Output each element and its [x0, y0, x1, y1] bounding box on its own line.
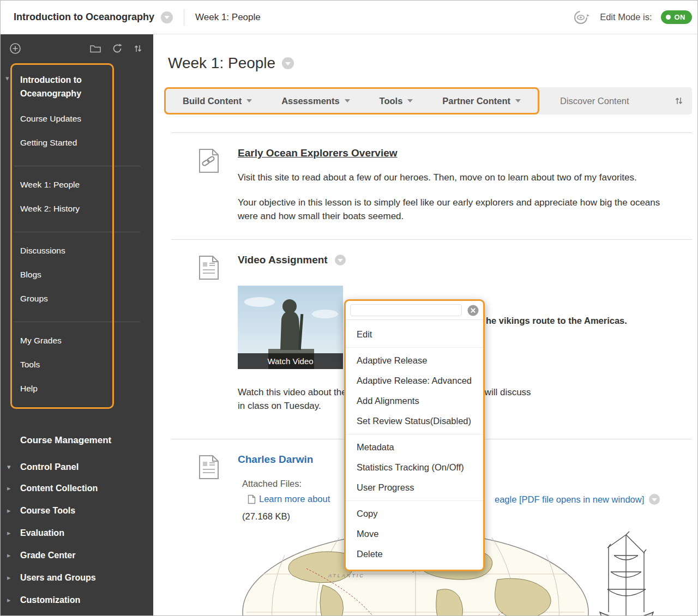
- course-title: Introduction to Oceanography: [14, 11, 154, 23]
- chevron-down-icon: [345, 99, 350, 102]
- mgmt-item-label: Customization: [20, 594, 80, 606]
- item-title-row: Video Assignment: [238, 254, 692, 266]
- top-bar: Introduction to Oceanography Week 1: Peo…: [1, 1, 698, 34]
- sidebar-item-course-updates[interactable]: Course Updates: [1, 107, 153, 131]
- context-menu-group: Edit: [346, 324, 483, 345]
- weblink-document-icon: [198, 148, 219, 223]
- menu-item-adaptive-release-advanced[interactable]: Adaptive Release: Advanced: [346, 371, 483, 391]
- item-description: Visit this site to read about a few of o…: [238, 171, 674, 184]
- file-options-chevron-icon[interactable]: [649, 494, 660, 505]
- sidebar-item-evaluation[interactable]: ▸ Evaluation: [1, 522, 153, 544]
- pdf-link-text-left[interactable]: Learn more about: [259, 494, 330, 504]
- add-menu-item-icon[interactable]: [9, 43, 21, 55]
- context-menu-group: Copy Move Delete: [346, 500, 483, 564]
- course-menu: ▾ Introduction to Oceanography Course Up…: [1, 65, 153, 405]
- video-caption-fragment: he vikings route to the Americas.: [486, 316, 627, 326]
- chevron-right-icon: ▸: [7, 529, 20, 537]
- student-preview-icon[interactable]: [571, 10, 591, 25]
- sidebar-item-help[interactable]: Help: [1, 377, 153, 401]
- reorder-icon[interactable]: [134, 44, 142, 53]
- mgmt-item-label: Grade Center: [20, 549, 75, 561]
- sidebar-item-week-1-people[interactable]: Week 1: People: [1, 173, 153, 197]
- menu-item-move[interactable]: Move: [346, 524, 483, 544]
- watch-video-button[interactable]: Watch Video: [238, 353, 343, 369]
- menu-item-set-review-status[interactable]: Set Review Status(Disabled): [346, 411, 483, 431]
- chevron-down-icon: [407, 99, 413, 102]
- folder-view-icon[interactable]: [90, 44, 101, 53]
- sidebar-item-my-grades[interactable]: My Grades: [1, 329, 153, 353]
- partner-content-button[interactable]: Partner Content: [428, 89, 535, 113]
- tools-button[interactable]: Tools: [365, 89, 428, 113]
- pdf-link-text-right[interactable]: eagle [PDF file opens in new window]: [495, 494, 660, 505]
- page-title-chevron-icon[interactable]: [282, 57, 294, 69]
- sidebar-item-control-panel[interactable]: ▾ Control Panel: [1, 456, 153, 477]
- sidebar-item-content-collection[interactable]: ▸ Content Collection: [1, 477, 153, 499]
- mgmt-item-label: Course Tools: [20, 505, 75, 516]
- context-menu-header: [346, 301, 483, 320]
- sidebar-item-discussions[interactable]: Discussions: [1, 239, 153, 263]
- context-menu-list: Edit Adaptive Release Adaptive Release: …: [346, 320, 483, 570]
- menu-item-add-alignments[interactable]: Add Alignments: [346, 391, 483, 411]
- sidebar-item-blogs[interactable]: Blogs: [1, 263, 153, 287]
- edit-mode-toggle[interactable]: ON: [661, 10, 693, 24]
- sidebar-item-grade-center[interactable]: ▸ Grade Center: [1, 544, 153, 566]
- video-thumbnail[interactable]: Watch Video: [238, 286, 343, 369]
- menu-item-metadata[interactable]: Metadata: [346, 437, 483, 457]
- chevron-right-icon: ▸: [7, 506, 20, 515]
- collapse-menu-icon[interactable]: ▾: [5, 74, 9, 82]
- menu-item-user-progress[interactable]: User Progress: [346, 478, 483, 498]
- topbar-right: Edit Mode is: ON: [571, 10, 698, 25]
- close-icon[interactable]: [467, 305, 479, 316]
- context-menu-title-field: [350, 304, 462, 316]
- map-ocean-label: ATLANTIC: [328, 573, 365, 578]
- edit-mode-label: Edit Mode is:: [600, 12, 652, 22]
- assessments-button[interactable]: Assessments: [267, 89, 364, 113]
- action-bar: Build Content Assessments Tools Partner …: [164, 87, 692, 114]
- file-icon: [248, 494, 256, 506]
- menu-divider: [14, 166, 140, 166]
- app-window: Introduction to Oceanography Week 1: Peo…: [0, 0, 698, 616]
- item-title-link[interactable]: Video Assignment: [238, 254, 328, 266]
- chevron-right-icon: ▸: [7, 484, 20, 492]
- sidebar-item-course-entry[interactable]: Introduction to Oceanography: [1, 65, 104, 107]
- ship-illustration: [592, 530, 660, 616]
- video-description-line2: in class on Tuesday.: [238, 401, 321, 411]
- sidebar-item-customization[interactable]: ▸ Customization: [1, 589, 153, 611]
- sidebar-item-getting-started[interactable]: Getting Started: [1, 131, 153, 155]
- sidebar-item-week-2-history[interactable]: Week 2: History: [1, 197, 153, 221]
- menu-divider: [14, 322, 140, 322]
- menu-item-delete[interactable]: Delete: [346, 544, 483, 564]
- content-document-icon: [198, 255, 219, 413]
- topbar-divider: [184, 9, 184, 26]
- sidebar-item-course-tools[interactable]: ▸ Course Tools: [1, 499, 153, 522]
- item-title-link[interactable]: Charles Darwin: [238, 454, 313, 466]
- menu-item-edit[interactable]: Edit: [346, 324, 483, 345]
- course-menu-chevron-icon[interactable]: [161, 11, 173, 23]
- discover-content-button[interactable]: Discover Content: [560, 96, 629, 106]
- assessments-label: Assessments: [281, 96, 339, 106]
- breadcrumb: Week 1: People: [195, 12, 261, 23]
- refresh-icon[interactable]: [112, 43, 123, 54]
- menu-item-statistics-tracking[interactable]: Statistics Tracking (On/Off): [346, 457, 483, 478]
- sidebar-item-users-and-groups[interactable]: ▸ Users and Groups: [1, 566, 153, 589]
- chevron-down-icon: [246, 99, 252, 102]
- menu-item-copy[interactable]: Copy: [346, 504, 483, 524]
- sidebar-item-tools[interactable]: Tools: [1, 353, 153, 377]
- item-options-chevron-icon[interactable]: [335, 255, 346, 265]
- menu-item-adaptive-release[interactable]: Adaptive Release: [346, 351, 483, 371]
- mgmt-item-label: Content Collection: [20, 482, 98, 494]
- page-title-row: Week 1: People: [168, 54, 698, 73]
- partner-content-label: Partner Content: [442, 96, 510, 106]
- menu-divider: [14, 232, 140, 232]
- mgmt-item-label: Evaluation: [20, 527, 64, 539]
- item-title-link[interactable]: Early Ocean Explorers Overview: [238, 147, 398, 159]
- chevron-right-icon: ▸: [7, 573, 20, 582]
- build-content-button[interactable]: Build Content: [168, 89, 267, 113]
- chevron-right-icon: ▸: [7, 596, 20, 604]
- sort-icon[interactable]: [675, 96, 683, 106]
- triangle-down-icon: ▾: [7, 463, 20, 471]
- tools-label: Tools: [380, 96, 403, 106]
- sidebar-item-groups[interactable]: Groups: [1, 287, 153, 311]
- chevron-down-icon: [515, 99, 521, 102]
- context-menu: Edit Adaptive Release Adaptive Release: …: [344, 299, 485, 571]
